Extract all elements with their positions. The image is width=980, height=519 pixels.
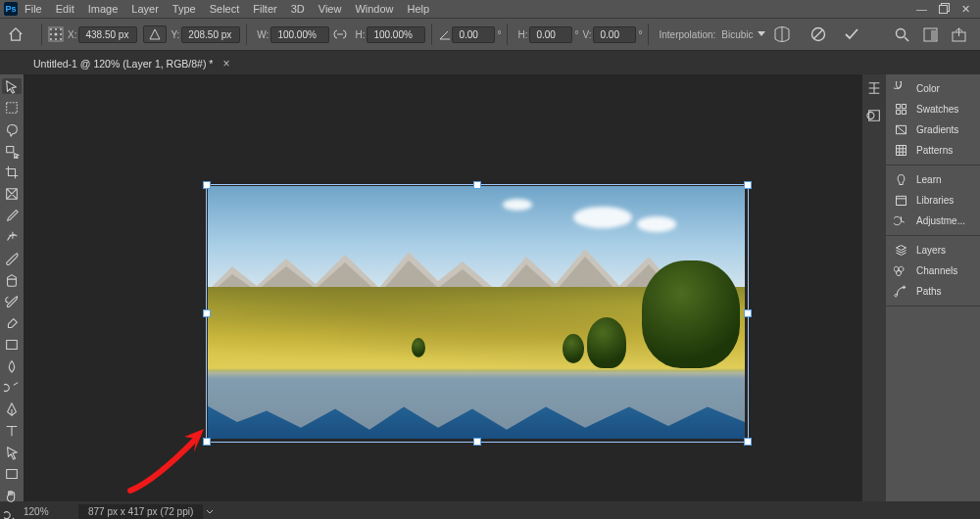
object-select-tool[interactable] bbox=[2, 143, 22, 159]
paths-panel[interactable]: Paths bbox=[886, 281, 980, 302]
marquee-tool[interactable] bbox=[2, 100, 22, 116]
type-tool[interactable] bbox=[2, 423, 22, 439]
crop-tool[interactable] bbox=[2, 165, 22, 180]
menu-edit[interactable]: Edit bbox=[49, 3, 81, 15]
patterns-panel[interactable]: Patterns bbox=[886, 140, 980, 161]
image-layer[interactable] bbox=[208, 186, 745, 439]
svg-point-14 bbox=[897, 28, 906, 37]
mask-icon[interactable] bbox=[866, 108, 882, 125]
blur-tool[interactable] bbox=[2, 358, 22, 374]
interp-dropdown[interactable]: Bicubic bbox=[721, 29, 764, 40]
x-input[interactable]: 438.50 px bbox=[78, 26, 137, 43]
menu-select[interactable]: Select bbox=[203, 3, 247, 15]
hskew-input[interactable]: 0.00 bbox=[529, 26, 572, 43]
shape-tool[interactable] bbox=[2, 466, 22, 482]
hskew-label: H: bbox=[517, 29, 527, 40]
adjustments-panel[interactable]: Adjustme... bbox=[886, 211, 980, 231]
menu-help[interactable]: Help bbox=[401, 3, 437, 15]
gradients-panel[interactable]: Gradients bbox=[886, 119, 980, 140]
restore-button[interactable] bbox=[933, 3, 956, 16]
warp-icon[interactable] bbox=[773, 26, 791, 42]
doc-dimensions[interactable]: 877 px x 417 px (72 ppi) bbox=[78, 504, 203, 519]
pen-tool[interactable] bbox=[2, 401, 22, 417]
menu-window[interactable]: Window bbox=[348, 3, 400, 15]
layers-panel[interactable]: Layers bbox=[886, 240, 980, 260]
zoom-input[interactable]: 120% bbox=[24, 506, 69, 517]
svg-point-4 bbox=[55, 28, 57, 30]
learn-panel[interactable]: Learn bbox=[886, 169, 980, 190]
angle-icon[interactable] bbox=[438, 27, 452, 41]
menu-layer[interactable]: Layer bbox=[124, 3, 166, 15]
document-tab-title: Untitled-1 @ 120% (Layer 1, RGB/8#) * bbox=[33, 58, 213, 70]
canvas-area[interactable] bbox=[24, 74, 862, 501]
gradients-panel-icon bbox=[894, 122, 908, 137]
home-icon[interactable] bbox=[8, 26, 24, 42]
minimize-button[interactable]: — bbox=[910, 3, 933, 15]
angle-input[interactable]: 0.00 bbox=[452, 26, 495, 43]
svg-point-6 bbox=[50, 33, 52, 35]
handle-bottom-left[interactable] bbox=[203, 438, 211, 446]
y-input[interactable]: 208.50 px bbox=[181, 26, 240, 43]
commit-icon[interactable] bbox=[844, 26, 859, 42]
svg-rect-17 bbox=[931, 30, 936, 40]
panel-label: Layers bbox=[916, 245, 946, 256]
handle-top-right[interactable] bbox=[744, 181, 752, 189]
menu-file[interactable]: File bbox=[18, 3, 49, 15]
panel-label: Color bbox=[916, 83, 940, 94]
h-input[interactable]: 100.00% bbox=[367, 26, 425, 43]
clone-tool[interactable] bbox=[2, 272, 22, 288]
svg-point-3 bbox=[50, 28, 52, 30]
move-tool[interactable] bbox=[2, 78, 22, 94]
frame-tool[interactable] bbox=[2, 186, 22, 202]
channels-panel[interactable]: Channels bbox=[886, 260, 980, 281]
workspace-icon[interactable] bbox=[923, 27, 938, 42]
w-input[interactable]: 100.00% bbox=[270, 26, 329, 43]
right-panel-dock: ColorSwatchesGradientsPatternsLearnLibra… bbox=[886, 74, 980, 501]
history-brush-tool[interactable] bbox=[2, 294, 22, 309]
gradient-tool[interactable] bbox=[2, 337, 22, 353]
swatches-panel-icon bbox=[894, 102, 908, 117]
close-button[interactable]: ✕ bbox=[956, 3, 976, 16]
menu-bar: Ps FileEditImageLayerTypeSelectFilter3DV… bbox=[0, 0, 980, 18]
share-icon[interactable] bbox=[952, 27, 966, 42]
menu-filter[interactable]: Filter bbox=[246, 3, 283, 15]
x-label: X: bbox=[68, 29, 76, 40]
vskew-input[interactable]: 0.00 bbox=[593, 26, 636, 43]
menu-image[interactable]: Image bbox=[81, 3, 125, 15]
lasso-tool[interactable] bbox=[2, 121, 22, 137]
search-icon[interactable] bbox=[895, 27, 909, 42]
panel-label: Swatches bbox=[916, 104, 958, 115]
learn-panel-icon bbox=[894, 172, 908, 187]
menu-3d[interactable]: 3D bbox=[284, 3, 312, 15]
link-icon[interactable] bbox=[332, 27, 348, 41]
path-select-tool[interactable] bbox=[2, 445, 22, 460]
reference-point-icon[interactable] bbox=[48, 26, 64, 42]
guides-icon[interactable] bbox=[866, 80, 882, 98]
swatches-panel[interactable]: Swatches bbox=[886, 99, 980, 119]
rel-position-icon[interactable] bbox=[143, 25, 167, 43]
healing-tool[interactable] bbox=[2, 229, 22, 245]
zoom-tool[interactable] bbox=[2, 509, 22, 519]
libraries-panel-icon bbox=[894, 193, 908, 208]
options-bar: X: 438.50 px Y: 208.50 px W: 100.00% H: … bbox=[0, 18, 980, 51]
y-label: Y: bbox=[171, 29, 179, 40]
eyedropper-tool[interactable] bbox=[2, 208, 22, 223]
svg-point-8 bbox=[60, 33, 62, 35]
handle-mid-right[interactable] bbox=[744, 309, 752, 317]
collapsed-panel-strip bbox=[862, 74, 886, 501]
w-label: W: bbox=[257, 29, 269, 40]
color-panel[interactable]: Color bbox=[886, 78, 980, 99]
menu-type[interactable]: Type bbox=[166, 3, 203, 15]
handle-bottom-right[interactable] bbox=[744, 438, 752, 446]
dodge-tool[interactable] bbox=[2, 380, 22, 396]
cancel-icon[interactable] bbox=[810, 26, 826, 42]
menu-view[interactable]: View bbox=[312, 3, 349, 15]
eraser-tool[interactable] bbox=[2, 315, 22, 331]
brush-tool[interactable] bbox=[2, 251, 22, 266]
svg-rect-1 bbox=[940, 5, 948, 13]
hand-tool[interactable] bbox=[2, 488, 22, 503]
libraries-panel[interactable]: Libraries bbox=[886, 190, 980, 211]
close-tab-icon[interactable]: × bbox=[222, 57, 229, 71]
handle-bottom-mid[interactable] bbox=[473, 438, 481, 446]
document-tab[interactable]: Untitled-1 @ 120% (Layer 1, RGB/8#) * × bbox=[24, 52, 239, 74]
